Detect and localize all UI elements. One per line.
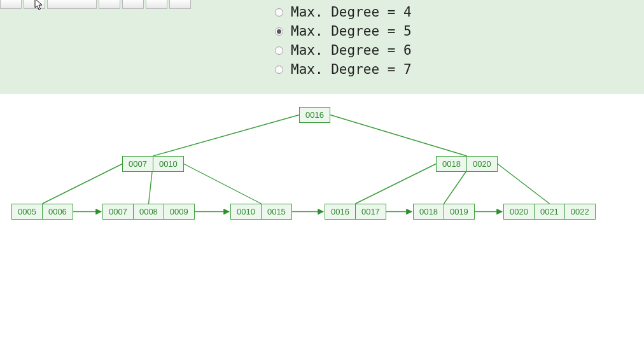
toolbar-button[interactable] [24, 0, 45, 9]
radio-label: Max. Degree = 4 [291, 3, 412, 22]
radio-label: Max. Degree = 6 [291, 41, 412, 60]
tree-canvas: 0016000700100018002000050006000700080009… [0, 94, 644, 359]
svg-line-2 [43, 164, 123, 204]
svg-line-1 [330, 115, 467, 157]
node-key: 0016 [325, 204, 355, 219]
max-degree-radio-group: Max. Degree = 4Max. Degree = 5Max. Degre… [275, 3, 412, 79]
node-key: 0018 [414, 204, 444, 219]
max-degree-option[interactable]: Max. Degree = 7 [275, 60, 412, 79]
node-key: 0010 [231, 204, 261, 219]
radio-label: Max. Degree = 5 [291, 22, 412, 41]
node-key: 0005 [12, 204, 42, 219]
node-key: 0019 [444, 204, 474, 219]
toolbar-button[interactable] [47, 0, 97, 9]
toolbar-button[interactable] [122, 0, 144, 9]
node-key: 0020 [504, 204, 534, 219]
root-node[interactable]: 0016 [299, 107, 330, 123]
leaf-node[interactable]: 00180019 [413, 204, 475, 220]
toolbar-button[interactable] [99, 0, 120, 9]
svg-line-6 [444, 172, 466, 204]
node-key: 0018 [437, 157, 466, 171]
radio-icon[interactable] [275, 8, 283, 17]
radio-label: Max. Degree = 7 [291, 60, 412, 79]
node-key: 0017 [355, 204, 386, 219]
node-key: 0015 [261, 204, 291, 219]
leaf-node[interactable]: 000700080009 [102, 204, 195, 220]
leaf-node[interactable]: 002000210022 [503, 204, 596, 220]
node-key: 0009 [164, 204, 194, 219]
node-key: 0007 [103, 204, 133, 219]
node-key: 0021 [534, 204, 564, 219]
radio-icon[interactable] [275, 66, 283, 74]
leaf-node[interactable]: 00100015 [230, 204, 292, 220]
tree-edges [0, 94, 644, 359]
node-key: 0008 [133, 204, 164, 219]
svg-line-5 [356, 164, 437, 204]
node-key: 0022 [564, 204, 595, 219]
max-degree-option[interactable]: Max. Degree = 6 [275, 41, 412, 60]
svg-line-7 [498, 164, 550, 204]
internal-node[interactable]: 00180020 [436, 156, 498, 172]
node-key: 0010 [153, 157, 183, 171]
svg-line-0 [153, 115, 300, 157]
leaf-node[interactable]: 00050006 [11, 204, 73, 220]
toolbar [0, 0, 191, 9]
node-key: 0007 [123, 157, 153, 171]
internal-node[interactable]: 00070010 [122, 156, 184, 172]
radio-icon[interactable] [275, 46, 283, 55]
toolbar-button[interactable] [169, 0, 191, 9]
node-key: 0016 [300, 108, 330, 122]
control-panel: Max. Degree = 4Max. Degree = 5Max. Degre… [0, 0, 644, 94]
max-degree-option[interactable]: Max. Degree = 5 [275, 22, 412, 41]
node-key: 0020 [466, 157, 497, 171]
toolbar-button[interactable] [146, 0, 167, 9]
toolbar-button[interactable] [0, 0, 22, 9]
max-degree-option[interactable]: Max. Degree = 4 [275, 3, 412, 22]
leaf-node[interactable]: 00160017 [325, 204, 386, 220]
svg-line-4 [184, 164, 262, 204]
svg-line-3 [149, 172, 153, 204]
radio-icon[interactable] [275, 27, 283, 36]
node-key: 0006 [42, 204, 73, 219]
